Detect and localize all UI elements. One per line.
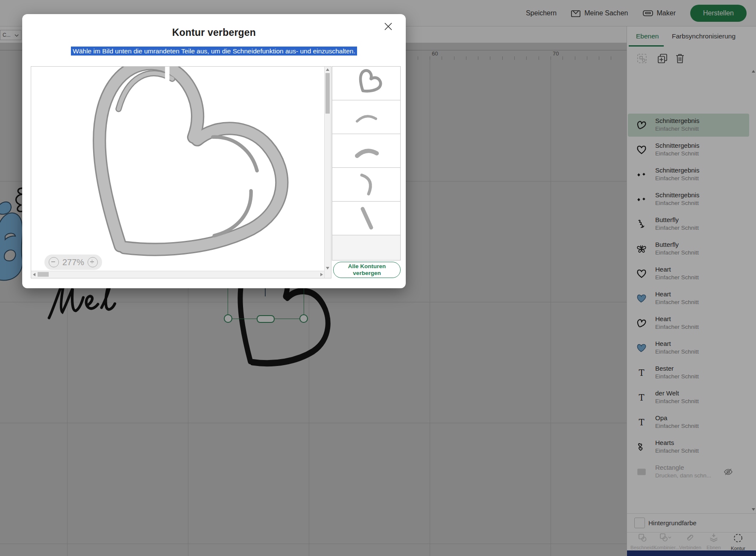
heart-outline-contour-icon (353, 70, 380, 96)
hide-all-contours-button[interactable]: Alle Konturen verbergen (333, 262, 401, 278)
zoom-out-button[interactable] (49, 257, 59, 267)
preview-heart-image[interactable] (31, 67, 330, 272)
scroll-down-icon[interactable] (326, 267, 329, 269)
crescent-contour-icon (356, 172, 377, 197)
vscroll-thumb[interactable] (325, 73, 330, 114)
scroll-right-icon[interactable] (320, 273, 323, 276)
dialog-instruction: Wähle im Bild unten die umrandeten Teile… (22, 47, 406, 55)
thin-arc-contour-icon (354, 108, 379, 126)
hscroll-thumb[interactable] (38, 272, 49, 277)
zoom-control: 277% (44, 255, 102, 270)
contour-item-thin-arc[interactable] (332, 100, 400, 134)
hide-contour-dialog: Kontur verbergen Wähle im Bild unten die… (22, 14, 406, 288)
contour-preview-pane[interactable]: 277% (31, 66, 331, 278)
thick-arc-contour-icon (354, 142, 379, 159)
zoom-level: 277% (62, 258, 84, 267)
horizontal-scrollbar[interactable] (31, 271, 325, 278)
diagonal-stroke-contour-icon (356, 205, 377, 231)
dialog-title: Kontur verbergen (22, 27, 406, 38)
contour-item-heart[interactable] (332, 67, 400, 100)
contour-item-diagonal[interactable] (332, 202, 400, 235)
vertical-scrollbar[interactable] (324, 67, 331, 278)
zoom-in-button[interactable] (88, 257, 98, 267)
contour-item-crescent[interactable] (332, 168, 400, 202)
contour-list (332, 66, 401, 260)
contour-item-thick-arc[interactable] (332, 134, 400, 168)
scroll-left-icon[interactable] (33, 273, 35, 276)
scroll-up-icon[interactable] (326, 68, 329, 71)
